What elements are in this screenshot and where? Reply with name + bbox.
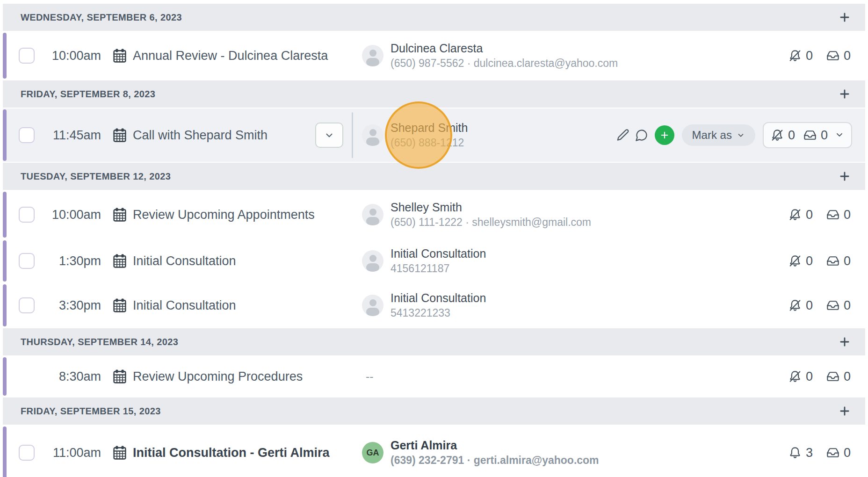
notification-counts-box[interactable]: 0 0 — [763, 122, 852, 148]
inbox-icon — [826, 254, 839, 267]
contact-placeholder: -- — [366, 370, 374, 383]
appointment-time: 10:00am — [40, 208, 101, 222]
date-header: TUESDAY, SEPTEMBER 12, 2023 — [3, 163, 865, 190]
notification-counts: 0 0 — [788, 369, 852, 384]
person-avatar-icon — [362, 295, 383, 316]
mark-as-button[interactable]: Mark as — [682, 124, 755, 146]
bell-count: 0 — [788, 128, 795, 143]
bell-count: 0 — [806, 49, 814, 63]
edit-button[interactable] — [614, 126, 632, 145]
row-checkbox[interactable] — [19, 297, 35, 313]
date-label: FRIDAY, SEPTEMBER 8, 2023 — [21, 89, 155, 100]
bell-off-icon — [788, 370, 802, 383]
person-avatar-icon — [362, 45, 383, 66]
date-label: FRIDAY, SEPTEMBER 15, 2023 — [21, 406, 161, 417]
bell-off-icon — [788, 49, 802, 62]
row-accent-bar — [3, 284, 7, 326]
inbox-icon — [826, 208, 839, 221]
comment-button[interactable] — [632, 126, 651, 145]
contact-name: Dulcinea Claresta — [391, 42, 618, 55]
person-avatar-icon — [362, 124, 383, 146]
add-appointment-button[interactable] — [836, 86, 853, 102]
contact-name: Initial Consultation — [391, 247, 486, 260]
row-expand-button[interactable] — [315, 123, 343, 148]
row-checkbox[interactable] — [19, 127, 35, 143]
add-appointment-button[interactable] — [836, 333, 853, 350]
add-appointment-button[interactable] — [836, 9, 853, 26]
plus-icon — [660, 130, 669, 140]
appointment-time: 10:00am — [40, 49, 101, 63]
row-checkbox[interactable] — [19, 253, 35, 269]
bell-off-icon — [788, 254, 802, 267]
person-avatar-icon — [362, 204, 383, 225]
row-accent-bar — [3, 426, 7, 477]
calendar-icon — [113, 369, 126, 383]
bell-off-icon — [788, 299, 802, 312]
contact-block: Dulcinea Claresta (650) 987-5562 · dulci… — [362, 42, 618, 70]
pencil-icon — [616, 129, 629, 142]
appointment-title: Annual Review - Dulcinea Claresta — [133, 49, 328, 63]
contact-name: Shepard Smith — [391, 121, 468, 135]
date-header: FRIDAY, SEPTEMBER 8, 2023 — [3, 80, 865, 108]
bell-icon — [788, 446, 802, 459]
row-checkbox[interactable] — [19, 445, 35, 461]
row-accent-bar — [3, 357, 7, 396]
inbox-count: 0 — [844, 298, 852, 313]
appointment-title: Initial Consultation — [133, 298, 236, 313]
notification-counts: 0 0 — [788, 254, 852, 268]
appointment-row[interactable]: 3:30pm Initial Consultation Initial Cons… — [3, 283, 865, 327]
appointment-row[interactable]: 10:00am Review Upcoming Appointments She… — [3, 191, 865, 238]
notification-counts: 0 0 — [788, 208, 852, 222]
inbox-count: 0 — [844, 208, 852, 222]
inbox-icon — [826, 299, 839, 312]
appointment-time: 11:00am — [40, 446, 101, 460]
bell-off-icon — [788, 208, 802, 221]
inbox-icon — [826, 49, 839, 62]
calendar-icon — [113, 49, 126, 63]
row-checkbox[interactable] — [19, 207, 35, 223]
contact-name: Initial Consultation — [391, 291, 486, 305]
appointment-time: 8:30am — [40, 369, 101, 384]
inbox-icon — [826, 370, 839, 383]
date-header: WEDNESDAY, SEPTEMBER 6, 2023 — [3, 4, 865, 31]
contact-detail: 5413221233 — [391, 307, 486, 319]
row-accent-bar — [3, 240, 7, 282]
chevron-down-icon — [737, 131, 745, 139]
bell-count: 0 — [806, 208, 814, 222]
appointments-list: WEDNESDAY, SEPTEMBER 6, 2023 10:00am Ann… — [0, 0, 868, 477]
mark-as-label: Mark as — [692, 129, 732, 142]
appointment-row[interactable]: 10:00am Annual Review - Dulcinea Clarest… — [3, 32, 865, 80]
appointment-row[interactable]: 8:30am Review Upcoming Procedures -- 0 0 — [3, 356, 865, 397]
bell-count: 0 — [806, 254, 814, 268]
date-header: THURSDAY, SEPTEMBER 14, 2023 — [3, 328, 865, 355]
appointment-time: 3:30pm — [40, 298, 101, 313]
contact-name: Shelley Smith — [391, 201, 591, 214]
plus-icon — [839, 11, 851, 23]
inbox-count: 0 — [844, 446, 852, 460]
add-appointment-button[interactable] — [836, 168, 853, 185]
plus-icon — [839, 88, 851, 100]
add-action-button[interactable] — [655, 125, 674, 145]
appointment-title: Initial Consultation — [133, 254, 236, 268]
appointment-row[interactable]: 11:00am Initial Consultation - Gerti Alm… — [3, 426, 865, 477]
contact-detail: (650) 987-5562 · dulcinea.claresta@yahoo… — [391, 57, 618, 70]
row-accent-bar — [3, 192, 7, 238]
calendar-icon — [113, 208, 126, 222]
calendar-icon — [113, 128, 126, 142]
row-accent-bar — [3, 109, 7, 161]
appointment-row[interactable]: 1:30pm Initial Consultation Initial Cons… — [3, 239, 865, 282]
appointment-time: 11:45am — [40, 128, 101, 143]
date-header: FRIDAY, SEPTEMBER 15, 2023 — [3, 398, 865, 425]
calendar-icon — [113, 254, 126, 268]
column-divider — [352, 112, 353, 158]
contact-block: GA Gerti Almira (639) 232-2791 · gerti.a… — [362, 439, 599, 467]
plus-icon — [839, 405, 851, 417]
chevron-down-icon — [835, 130, 844, 139]
appointment-row[interactable]: 11:45am Call with Shepard Smith Shepard … — [3, 108, 865, 162]
appointment-title: Call with Shepard Smith — [133, 128, 268, 143]
inbox-count: 0 — [844, 369, 852, 384]
add-appointment-button[interactable] — [836, 403, 853, 419]
row-checkbox[interactable] — [19, 48, 35, 64]
chat-bubble-icon — [635, 129, 648, 142]
inbox-count: 0 — [844, 49, 852, 63]
